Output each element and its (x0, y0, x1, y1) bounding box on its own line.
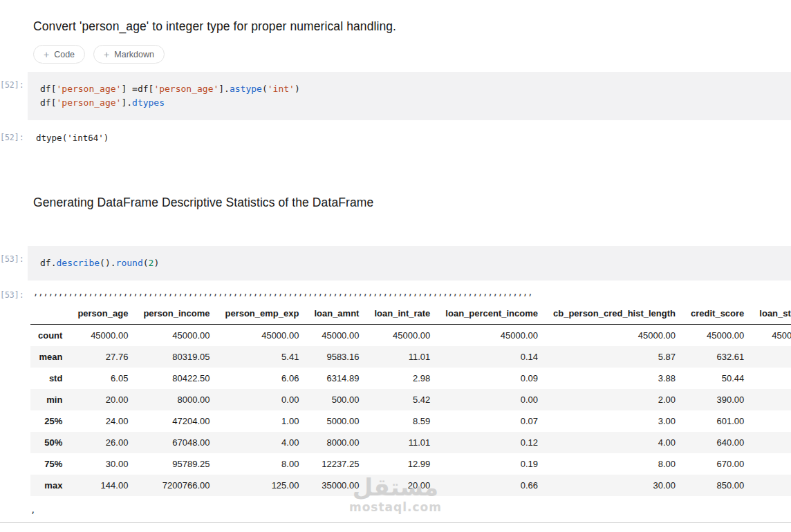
table-cell: 2.98 (366, 368, 438, 389)
table-cell: 0.00 (752, 432, 791, 453)
table-cell: 8000.00 (136, 389, 217, 410)
table-row-50%: 50%26.0067048.004.008000.0011.010.124.00… (30, 432, 791, 453)
table-cell: 7200766.00 (136, 475, 217, 496)
code-cell-row-52: [52]: df['person_age'] =df['person_age']… (0, 72, 791, 120)
add-code-label: Code (54, 50, 75, 59)
execution-count-out-53: [53]: (0, 287, 28, 515)
table-cell: 0.14 (438, 346, 546, 368)
table-cell: 390.00 (683, 389, 752, 410)
table-cell: 3.88 (546, 368, 683, 389)
row-label: max (30, 475, 70, 496)
table-cell: 0.00 (217, 389, 306, 410)
table-cell: 0.00 (752, 410, 791, 432)
table-cell: 30.00 (546, 475, 683, 496)
code-cell-row-53: [53]: df.describe().round(2) (0, 246, 791, 281)
column-header-loan_status: loan_status (752, 303, 791, 325)
table-cell: 12237.25 (306, 453, 366, 475)
table-cell: 1.00 (217, 410, 306, 432)
table-row-std: std6.0580422.506.066314.892.980.093.8850… (30, 368, 791, 389)
table-row-min: min20.008000.000.00500.005.420.002.00390… (30, 389, 791, 410)
table-cell: 27.76 (70, 346, 136, 368)
table-cell: 601.00 (683, 410, 752, 432)
table-corner-cell (30, 303, 70, 325)
row-label: 75% (30, 453, 70, 475)
add-markdown-label: Markdown (114, 50, 154, 59)
markdown-heading-describe: Generating DataFrame Descriptive Statist… (33, 143, 791, 210)
row-label: 50% (30, 432, 70, 453)
table-cell: 45000.00 (217, 325, 306, 347)
table-cell: 1.00 (752, 475, 791, 496)
markdown-heading-convert: Convert 'person_age' to integer type for… (33, 0, 791, 34)
table-row-count: count45000.0045000.0045000.0045000.00450… (30, 325, 791, 347)
table-row-mean: mean27.7680319.055.419583.1611.010.145.8… (30, 346, 791, 368)
table-cell: 45000.00 (70, 325, 136, 347)
plus-icon: + (44, 50, 49, 59)
plus-icon: + (104, 50, 109, 59)
table-row-75%: 75%30.0095789.258.0012237.2512.990.198.0… (30, 453, 791, 475)
code-editor-53[interactable]: df.describe().round(2) (28, 246, 791, 281)
table-cell: 8.00 (546, 453, 683, 475)
table-cell: 5.87 (546, 346, 683, 368)
table-cell: 80422.50 (136, 368, 217, 389)
table-cell: 6.06 (217, 368, 306, 389)
table-row-25%: 25%24.0047204.001.005000.008.590.073.006… (30, 410, 791, 432)
table-cell: 20.00 (366, 475, 438, 496)
row-label: mean (30, 346, 70, 368)
dtype-output: dtype('int64') (28, 130, 109, 143)
table-header-row: person_ageperson_incomeperson_emp_exploa… (30, 303, 791, 325)
table-cell: 4.00 (217, 432, 306, 453)
table-cell: 5.42 (366, 389, 438, 410)
execution-count-in-52: [52]: (0, 72, 28, 120)
table-cell: 632.61 (683, 346, 752, 368)
column-header-person_emp_exp: person_emp_exp (217, 303, 306, 325)
table-cell: 45000.00 (136, 325, 217, 347)
column-header-credit_score: credit_score (683, 303, 752, 325)
table-cell: 45000.00 (438, 325, 546, 347)
table-cell: 8.59 (366, 410, 438, 432)
table-cell: 11.01 (366, 346, 438, 368)
table-cell: 8.00 (217, 453, 306, 475)
code-line: df['person_age'] =df['person_age'].astyp… (40, 82, 779, 96)
column-header-loan_percent_income: loan_percent_income (438, 303, 546, 325)
table-cell: 0.07 (438, 410, 546, 432)
bottom-divider (0, 522, 791, 523)
table-cell: 500.00 (306, 389, 366, 410)
table-cell: 11.01 (366, 432, 438, 453)
table-cell: 6.05 (70, 368, 136, 389)
table-row-max: max144.007200766.00125.0035000.0020.000.… (30, 475, 791, 496)
table-cell: 0.00 (438, 389, 546, 410)
column-header-loan_int_rate: loan_int_rate (366, 303, 438, 325)
table-cell: 45000.00 (683, 325, 752, 347)
table-cell: 9583.16 (306, 346, 366, 368)
table-cell: 0.09 (438, 368, 546, 389)
add-code-button[interactable]: + Code (33, 45, 85, 64)
row-label: min (30, 389, 70, 410)
table-cell: 47204.00 (136, 410, 217, 432)
table-cell: 45000.00 (366, 325, 438, 347)
table-cell: 24.00 (70, 410, 136, 432)
table-cell: 45000.00 (752, 325, 791, 347)
table-cell: 50.44 (683, 368, 752, 389)
trailing-comma-text: , (30, 504, 791, 515)
code-editor-52[interactable]: df['person_age'] =df['person_age'].astyp… (28, 72, 791, 120)
table-cell: 0.22 (752, 346, 791, 368)
table-cell: 0.00 (752, 453, 791, 475)
code-line: df['person_age'].dtypes (40, 96, 779, 110)
table-cell: 125.00 (217, 475, 306, 496)
table-cell: 2.00 (546, 389, 683, 410)
cell-insert-toolbar: + Code + Markdown (33, 45, 791, 64)
table-cell: 20.00 (70, 389, 136, 410)
notebook-page: Convert 'person_age' to integer type for… (0, 0, 791, 532)
column-header-person_age: person_age (70, 303, 136, 325)
table-cell: 144.00 (70, 475, 136, 496)
row-label: 25% (30, 410, 70, 432)
table-cell: 5000.00 (306, 410, 366, 432)
table-cell: 30.00 (70, 453, 136, 475)
table-cell: 0.00 (752, 389, 791, 410)
table-cell: 45000.00 (306, 325, 366, 347)
table-cell: 5.41 (217, 346, 306, 368)
table-cell: 670.00 (683, 453, 752, 475)
table-cell: 8000.00 (306, 432, 366, 453)
add-markdown-button[interactable]: + Markdown (93, 45, 165, 64)
table-cell: 95789.25 (136, 453, 217, 475)
